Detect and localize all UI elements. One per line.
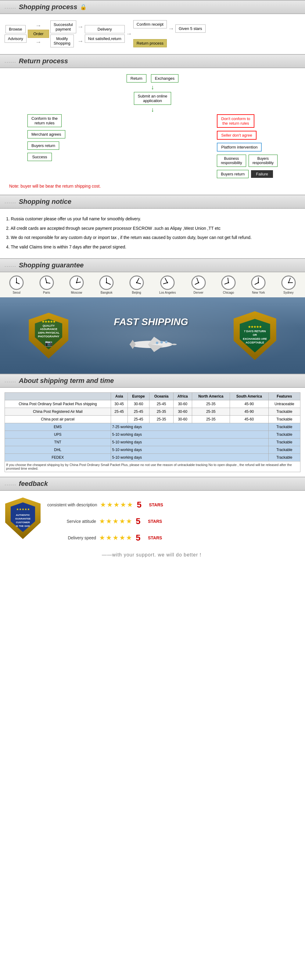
shopping-process-header: ...... Shopping process 🔒 xyxy=(0,0,305,14)
rp-return: Return xyxy=(126,74,146,83)
svg-point-43 xyxy=(165,341,168,343)
clock-new-york: New York xyxy=(251,275,265,294)
table-header-row: Asia Europe Oceania Africa North America… xyxy=(5,393,300,400)
step-given-5-stars: Given 5 stars xyxy=(175,24,205,33)
clock-chicago: Chicago xyxy=(221,275,236,294)
feedback-stars-2: ★★★★★ xyxy=(99,517,133,525)
return-process-header: ...... Return process xyxy=(0,54,305,68)
cell-africa: 30-60 xyxy=(173,400,192,408)
step-successful-payment: Successfulpayment xyxy=(50,21,76,33)
shipping-table: Asia Europe Oceania Africa North America… xyxy=(5,392,300,472)
shield-left-inner: ★★★★★ QUALITY ASSURANCE 100% PHYSICAL PH… xyxy=(35,319,62,349)
shipping-note: If you choose the cheapest shipping by b… xyxy=(5,461,300,472)
feedback-row-1: consistent with description ★★★★★ 5 STAR… xyxy=(47,500,163,510)
clock-los-angeles: Los Angeles xyxy=(159,275,176,294)
shield-right-line2: EXCHANGED ARE xyxy=(243,337,267,340)
feedback-bottom: ——with your support. we will do better！ xyxy=(5,552,300,558)
step-confirm-receipt: Confirm receipt xyxy=(133,20,167,29)
step-modify-shopping: ModifyShopping xyxy=(50,35,74,48)
fast-shipping-text: FAST SHIPPING xyxy=(114,316,188,328)
svg-point-19 xyxy=(136,282,137,283)
clock-seoul: Seoul xyxy=(9,275,24,294)
feedback-row-2: Service attitude ★★★★★ 5 STARS xyxy=(47,516,163,526)
rp-exchanges: Exchanges xyxy=(151,74,179,83)
rp-failure: Failure xyxy=(251,170,273,178)
shopping-notice-area: 1. Russia customer please offer us your … xyxy=(0,209,305,258)
col-features: Features xyxy=(269,393,300,400)
feedback-header: ...... feedback xyxy=(0,477,305,491)
sg-header-dots: ...... xyxy=(5,262,16,268)
step-delivery: Delivery xyxy=(85,25,125,33)
col-europe: Europe xyxy=(128,393,149,400)
plane-icon xyxy=(120,331,182,355)
row-name: China post air parcel xyxy=(5,415,111,423)
col-oceania: Oceania xyxy=(149,393,174,400)
rp-arrow-1: ↓ xyxy=(9,84,296,91)
shopping-guarantee-title: Shopping guarantee xyxy=(19,261,84,269)
shipping-term-header: ...... About shipping term and time xyxy=(0,374,305,388)
shopping-notice-title: Shopping notice xyxy=(19,198,71,206)
step-advisory: Advisory xyxy=(5,35,27,43)
table-row: DHL 5-10 working days Trackable xyxy=(5,446,300,454)
rp-buyers-return-left: Buyers return xyxy=(27,142,59,150)
rp-buyers-resp: Buyersresponsibility xyxy=(248,154,278,167)
col-north-america: North America xyxy=(192,393,230,400)
shield-left-line1: QUALITY ASSURANCE xyxy=(40,324,57,331)
guarantee-content: ★★★★★ QUALITY ASSURANCE 100% PHYSICAL PH… xyxy=(0,298,305,374)
svg-text:IS THE GOD: IS THE GOD xyxy=(16,525,30,527)
svg-point-15 xyxy=(106,282,107,283)
row-name: China Post Registered Air Mail xyxy=(5,408,111,415)
return-process-title: Return process xyxy=(19,57,68,65)
shipping-note-row: If you choose the cheapest shipping by b… xyxy=(5,461,300,472)
step-order: Order xyxy=(28,30,49,38)
notice-item-1: 1. Russia customer please offer us your … xyxy=(6,215,299,223)
table-row: EMS 7-25 working days Trackable xyxy=(5,423,300,431)
feedback-count-2: 5 xyxy=(136,516,145,526)
clocks-row: Seoul Paris Moscow Bangkok xyxy=(0,272,305,298)
shipping-term-area: Asia Europe Oceania Africa North America… xyxy=(0,388,305,477)
cell-europe: 30-60 xyxy=(128,400,149,408)
shopping-process-area: Browse Advisory → Order → Successfulpaym… xyxy=(0,14,305,54)
feedback-unit-3: STARS xyxy=(148,535,162,540)
rp-success: Success xyxy=(27,153,52,161)
cell-north: 25-35 xyxy=(192,400,230,408)
feedback-area: ★★★★★ AUTHENTIC GUARANTEE CUSTOMER IS TH… xyxy=(0,491,305,565)
svg-text:AUTHENTIC: AUTHENTIC xyxy=(16,514,30,516)
shopping-process-title: Shopping process xyxy=(19,3,77,11)
shield-left-line3: PHOTOGRAPHY xyxy=(38,335,59,338)
notice-item-2: 2. All credit cards are accepted through… xyxy=(6,224,299,232)
table-row: UPS 5-10 working days Trackable xyxy=(5,431,300,439)
lock-icon: 🔒 xyxy=(80,4,87,10)
shopping-notice-header: ...... Shopping notice xyxy=(0,195,305,209)
cell-south: 45-90 xyxy=(230,400,269,408)
cell-asia: 30-45 xyxy=(111,400,128,408)
notice-item-4: 4. The valid Claims time is within 7 day… xyxy=(6,243,299,251)
svg-point-35 xyxy=(258,282,259,283)
fb-header-dots: ...... xyxy=(5,481,16,487)
table-row: FEDEX 5-10 working days Trackable xyxy=(5,454,300,461)
col-name xyxy=(5,393,111,400)
svg-point-39 xyxy=(288,282,289,283)
feedback-count-1: 5 xyxy=(137,500,146,510)
shield-left: ★★★★★ QUALITY ASSURANCE 100% PHYSICAL PH… xyxy=(28,313,68,358)
st-header-dots: ...... xyxy=(5,378,16,383)
rp-business-resp: Businessresponsibility xyxy=(217,154,246,167)
col-africa: Africa xyxy=(173,393,192,400)
feedback-count-3: 5 xyxy=(136,533,145,543)
col-asia: Asia xyxy=(111,393,128,400)
feedback-unit-1: STARS xyxy=(149,503,163,507)
header-dots: ...... xyxy=(5,4,16,10)
feedback-unit-2: STARS xyxy=(148,519,162,524)
row-name: China Post Ordinary Small Packet Plus sh… xyxy=(5,400,111,408)
svg-point-11 xyxy=(76,282,77,283)
table-row: China post air parcel 25-4525-3530-6025-… xyxy=(5,415,300,423)
rp-conform: Conform to thereturn rules xyxy=(27,114,62,127)
row-name: TNT xyxy=(5,439,111,446)
rp-seller-dont-agree: Seller don't agree xyxy=(217,131,256,140)
shield-left-line2: 100% PHYSICAL xyxy=(38,331,60,334)
notice-item-3: 3. We do not responsible for any custom … xyxy=(6,234,299,242)
clock-denver: Denver xyxy=(191,275,206,294)
table-row: China Post Registered Air Mail 25-4525-4… xyxy=(5,408,300,415)
shield-right-line3: ACCEPTABLE xyxy=(245,341,264,344)
shield-right: ★★★★★ 7 DAYS RETURN OR EXCHANGED ARE ACC… xyxy=(234,311,277,360)
